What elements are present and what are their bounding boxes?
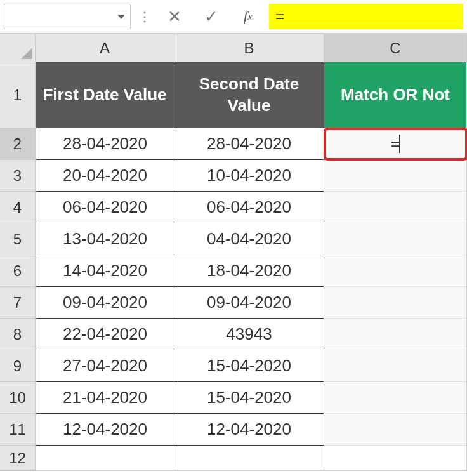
cell-b4[interactable]: 06-04-2020: [174, 192, 324, 223]
formula-input[interactable]: =: [269, 4, 463, 29]
cell-b6[interactable]: 18-04-2020: [174, 255, 324, 287]
cell-a3[interactable]: 20-04-2020: [36, 160, 174, 192]
column-header-c[interactable]: C: [324, 34, 467, 62]
cell-c4[interactable]: [324, 192, 467, 223]
cell-a11[interactable]: 12-04-2020: [36, 414, 174, 446]
cell-b10[interactable]: 15-04-2020: [174, 382, 324, 414]
cell-a2[interactable]: 28-04-2020: [36, 128, 174, 160]
cell-c7[interactable]: [324, 287, 467, 319]
row-header-3[interactable]: 3: [0, 160, 36, 192]
row-header-10[interactable]: 10: [0, 382, 36, 414]
column-header-a[interactable]: A: [36, 34, 174, 62]
enter-button[interactable]: ✓: [195, 4, 227, 29]
column-header-b[interactable]: B: [174, 34, 324, 62]
row-header-7[interactable]: 7: [0, 287, 36, 319]
cell-b12[interactable]: [174, 446, 324, 471]
name-box[interactable]: [4, 4, 131, 29]
row-header-1[interactable]: 1: [0, 62, 36, 128]
row-header-11[interactable]: 11: [0, 414, 36, 446]
cell-a10[interactable]: 21-04-2020: [36, 382, 174, 414]
cell-a12[interactable]: [36, 446, 174, 471]
cell-c10[interactable]: [324, 382, 467, 414]
cell-c3[interactable]: [324, 160, 467, 192]
row-header-9[interactable]: 9: [0, 350, 36, 382]
header-cell-a[interactable]: First Date Value: [36, 62, 174, 128]
cell-a4[interactable]: 06-04-2020: [36, 192, 174, 223]
separator-icon: ⋮: [136, 9, 154, 24]
cancel-button[interactable]: ✕: [159, 4, 190, 29]
row-header-6[interactable]: 6: [0, 255, 36, 287]
cell-a8[interactable]: 22-04-2020: [36, 319, 174, 350]
cell-b5[interactable]: 04-04-2020: [174, 223, 324, 255]
cell-b2[interactable]: 28-04-2020: [174, 128, 324, 160]
row-header-8[interactable]: 8: [0, 319, 36, 350]
cell-a5[interactable]: 13-04-2020: [36, 223, 174, 255]
header-cell-c[interactable]: Match OR Not: [324, 62, 467, 128]
cell-b11[interactable]: 12-04-2020: [174, 414, 324, 446]
chevron-down-icon[interactable]: [117, 15, 125, 19]
row-header-5[interactable]: 5: [0, 223, 36, 255]
cell-c12[interactable]: [324, 446, 467, 471]
cell-c6[interactable]: [324, 255, 467, 287]
row-header-12[interactable]: 12: [0, 446, 36, 471]
cell-a6[interactable]: 14-04-2020: [36, 255, 174, 287]
row-header-2[interactable]: 2: [0, 128, 36, 160]
formula-bar: ⋮ ✕ ✓ fx =: [0, 0, 467, 34]
cell-a7[interactable]: 09-04-2020: [36, 287, 174, 319]
cell-c11[interactable]: [324, 414, 467, 446]
row-header-4[interactable]: 4: [0, 192, 36, 223]
cell-c2[interactable]: =: [324, 128, 467, 160]
cell-c8[interactable]: [324, 319, 467, 350]
cell-b9[interactable]: 15-04-2020: [174, 350, 324, 382]
select-all-corner[interactable]: [0, 34, 36, 62]
cell-c5[interactable]: [324, 223, 467, 255]
spreadsheet-grid: A B C 1 First Date Value Second Date Val…: [0, 34, 467, 471]
cell-c9[interactable]: [324, 350, 467, 382]
cell-b3[interactable]: 10-04-2020: [174, 160, 324, 192]
header-cell-b[interactable]: Second Date Value: [174, 62, 324, 128]
cell-b8[interactable]: 43943: [174, 319, 324, 350]
cell-a9[interactable]: 27-04-2020: [36, 350, 174, 382]
fx-button[interactable]: fx: [232, 4, 264, 29]
cell-b7[interactable]: 09-04-2020: [174, 287, 324, 319]
